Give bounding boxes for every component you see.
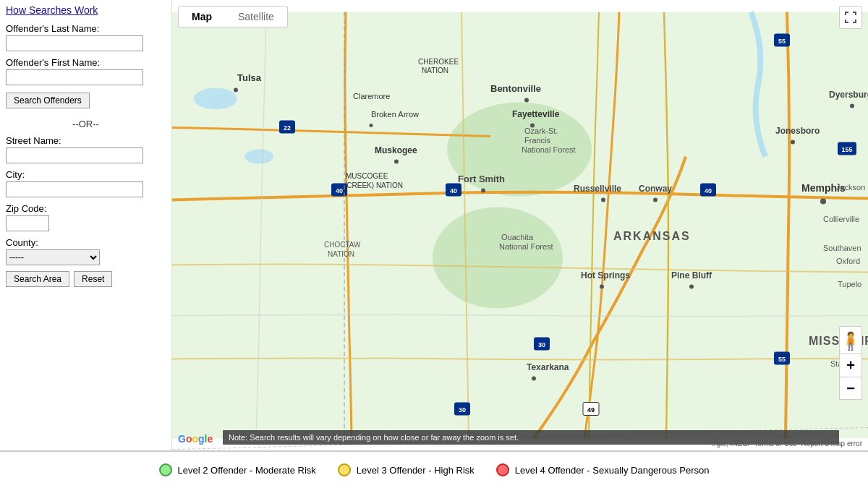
level4-label: Level 4 Offender - Sexually Dangerous Pe… (515, 465, 710, 476)
svg-text:155: 155 (841, 146, 852, 153)
svg-text:40: 40 (336, 187, 343, 194)
svg-text:Fort Smith: Fort Smith (458, 174, 505, 184)
svg-text:National Forest: National Forest (499, 242, 553, 251)
svg-text:Bentonville: Bentonville (490, 83, 541, 94)
svg-text:Ozark-St.: Ozark-St. (524, 127, 558, 135)
zip-label: Zip Code: (6, 203, 166, 214)
map-attribution-text: ©gle, INEGI (711, 440, 750, 448)
legend-item-level2: Level 2 Offender - Moderate Risk (159, 463, 316, 476)
svg-point-54 (791, 140, 795, 145)
last-name-input[interactable] (6, 35, 143, 51)
svg-text:Jonesboro: Jonesboro (775, 126, 820, 136)
svg-text:Russellville: Russellville (574, 184, 621, 194)
or-divider: --OR-- (6, 119, 166, 129)
svg-text:MUSCOGEE: MUSCOGEE (346, 172, 388, 180)
svg-text:Texarkana: Texarkana (527, 362, 569, 372)
svg-text:30: 30 (459, 406, 466, 414)
zoom-in-button[interactable]: + (839, 354, 862, 377)
level2-icon (159, 463, 172, 476)
svg-text:Dyersburg: Dyersburg (829, 90, 868, 100)
svg-point-35 (370, 124, 373, 127)
svg-text:40: 40 (705, 187, 712, 194)
svg-text:40: 40 (450, 187, 457, 194)
svg-point-37 (394, 160, 399, 164)
svg-text:Muskogee: Muskogee (375, 145, 417, 155)
svg-point-4 (433, 207, 563, 309)
svg-text:Pine Bluff: Pine Bluff (671, 270, 712, 281)
city-label: City: (6, 169, 166, 180)
pegman-icon: 🧍 (840, 331, 861, 351)
svg-text:(CREEK) NATION: (CREEK) NATION (344, 181, 403, 189)
svg-text:National Forest: National Forest (522, 145, 576, 154)
svg-text:NATION: NATION (422, 67, 448, 74)
svg-point-31 (524, 98, 529, 103)
svg-text:Hot Springs: Hot Springs (581, 270, 630, 281)
svg-text:ARKANSAS: ARKANSAS (613, 230, 691, 242)
map-display: 40 40 40 55 55 30 30 49 (172, 0, 868, 450)
svg-point-56 (850, 104, 854, 108)
city-input[interactable] (6, 181, 143, 197)
map-attribution: ©gle, INEGI Terms of Use Report a map er… (711, 440, 862, 448)
svg-text:55: 55 (778, 356, 786, 363)
svg-text:CHOCTAW: CHOCTAW (324, 241, 361, 249)
svg-point-1 (194, 88, 237, 110)
level2-label: Level 2 Offender - Moderate Risk (178, 465, 316, 476)
svg-text:Collierville: Collierville (823, 215, 859, 223)
first-name-input[interactable] (6, 69, 143, 85)
terms-of-use-link[interactable]: Terms of Use (754, 440, 797, 448)
svg-text:Jackson: Jackson (836, 183, 865, 192)
zip-input[interactable] (6, 215, 49, 231)
first-name-label: Offender's First Name: (6, 57, 166, 68)
svg-point-2 (244, 150, 273, 164)
svg-text:Fayetteville: Fayetteville (512, 109, 560, 119)
svg-point-48 (653, 198, 658, 202)
map-tab-satellite[interactable]: Satellite (225, 7, 287, 27)
svg-text:22: 22 (284, 124, 291, 132)
zoom-out-button[interactable]: − (839, 377, 862, 400)
level3-icon (338, 463, 351, 476)
pegman-button[interactable]: 🧍 (839, 326, 862, 356)
search-area-button[interactable]: Search Area (6, 271, 69, 287)
level3-label: Level 3 Offender - High Risk (357, 465, 475, 476)
svg-text:Ouachita: Ouachita (501, 233, 534, 241)
street-name-input[interactable] (6, 147, 143, 163)
level4-icon (496, 463, 509, 476)
svg-text:49: 49 (587, 406, 595, 414)
svg-text:Conway: Conway (639, 184, 672, 194)
svg-point-46 (601, 198, 605, 202)
svg-point-41 (481, 189, 485, 193)
county-select[interactable]: ----- Arkansas Ashley Baxter Benton Boon… (6, 249, 100, 265)
legend-bar: Level 2 Offender - Moderate Risk Level 3… (0, 450, 868, 488)
svg-text:NATION: NATION (328, 250, 354, 258)
search-offenders-button[interactable]: Search Offenders (6, 93, 90, 108)
street-name-label: Street Name: (6, 135, 166, 146)
map-tabs: Map Satellite (178, 6, 288, 27)
fullscreen-button[interactable] (839, 6, 862, 29)
svg-text:55: 55 (778, 38, 786, 45)
report-error-link[interactable]: Report a map error (801, 440, 862, 448)
map-tab-map[interactable]: Map (179, 7, 225, 27)
legend-item-level3: Level 3 Offender - High Risk (338, 463, 475, 476)
svg-text:Southaven: Southaven (823, 244, 861, 252)
legend-item-level4: Level 4 Offender - Sexually Dangerous Pe… (496, 463, 710, 476)
svg-text:Francis: Francis (524, 136, 551, 145)
svg-text:CHEROKEE: CHEROKEE (418, 58, 459, 66)
county-label: County: (6, 237, 166, 248)
svg-text:Tupelo: Tupelo (838, 280, 861, 288)
svg-point-26 (234, 88, 238, 93)
how-searches-link[interactable]: How Searches Work (6, 4, 166, 16)
svg-text:Claremore: Claremore (353, 92, 390, 100)
last-name-label: Offender's Last Name: (6, 23, 166, 34)
fullscreen-icon (845, 12, 856, 23)
reset-button[interactable]: Reset (74, 271, 112, 287)
svg-text:30: 30 (538, 341, 545, 348)
zoom-controls: + − (839, 354, 862, 400)
svg-point-66 (689, 285, 694, 289)
svg-text:Oxford: Oxford (836, 257, 860, 265)
svg-point-50 (820, 199, 826, 205)
svg-point-64 (600, 285, 604, 289)
svg-text:Broken Arrow: Broken Arrow (371, 110, 419, 119)
svg-text:Tulsa: Tulsa (237, 72, 262, 83)
svg-point-71 (532, 377, 536, 381)
google-logo: Google (178, 433, 213, 445)
